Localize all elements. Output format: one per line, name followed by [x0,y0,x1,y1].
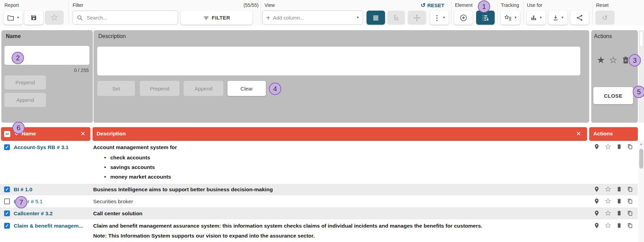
location-pin-icon[interactable] [594,210,600,216]
download-button[interactable]: ▼ [548,11,568,25]
hierarchy-view-button[interactable] [387,11,405,25]
star-outline-icon[interactable]: ☆ [609,56,617,65]
select-all-checkbox[interactable] [4,131,10,137]
bulk-edit-button[interactable] [476,11,495,25]
annotation-marker-1: 1 [478,0,490,13]
plus-circle-icon [459,14,468,22]
remove-name-column-icon[interactable]: ✕ [80,131,85,137]
row-checkbox[interactable]: ✓ [4,144,10,150]
trash-icon[interactable] [616,222,622,228]
table-scrollbar-thumb[interactable] [639,149,643,169]
favorite-report-button[interactable]: ☆ [45,11,64,25]
view-reset-link[interactable]: ↺ RESET [421,2,444,8]
copy-icon[interactable] [627,144,633,150]
tracking-section-label: Tracking [501,2,519,8]
name-append-button[interactable]: Append [4,93,46,107]
copy-icon[interactable] [627,210,633,216]
list-view-button[interactable] [367,11,385,25]
add-column-dropdown[interactable]: + Add column... ▼ [262,11,363,25]
row-description: Securities broker [93,198,133,205]
section-divider [261,1,261,24]
hierarchy-icon [392,14,400,22]
application-window: Report ▼ ☆ Filter (55/55) [0,0,644,242]
annotation-marker-3: 3 [629,54,641,66]
description-append-button[interactable]: Append [184,81,223,96]
row-checkbox[interactable]: ✓ [4,186,10,192]
kebab-menu-icon: ⋮ [434,14,441,21]
close-button[interactable]: CLOSE [593,87,633,104]
annotation-marker-6: 6 [12,122,25,134]
view-section-label: View [264,2,275,8]
remove-description-column-icon[interactable]: ✕ [576,131,581,137]
location-pin-icon[interactable] [594,144,600,150]
row-checkbox[interactable]: ✓ [4,223,10,229]
filter-button[interactable]: FILTER [181,11,252,25]
toolbar: Report ▼ ☆ Filter (55/55) [0,0,644,26]
bulk-description-textarea[interactable] [97,47,580,75]
chart-button[interactable]: ▼ [527,11,546,25]
annotation-marker-7: 7 [15,196,27,208]
name-column-header[interactable]: Name [22,131,36,137]
name-prepend-button[interactable]: Prepend [4,75,46,89]
search-icon [76,14,83,21]
location-pin-icon[interactable] [594,198,600,204]
copy-icon[interactable] [627,186,633,192]
reset-section-label: Reset [596,2,609,8]
description-clear-button[interactable]: Clear [227,81,266,96]
row-description: Business Intelligence aims to support be… [93,186,273,193]
trash-icon[interactable] [616,186,622,192]
trash-icon[interactable] [616,198,622,204]
bulk-edit-description-panel: Description Set Prepend Append Clear [94,30,589,123]
table-scrollbar-track[interactable]: ▲ [639,141,644,242]
fact-sheet-link[interactable]: BI # 1.0 [14,186,32,193]
favorite-star-icon[interactable]: ☆ [605,222,611,229]
bulk-edit-list-icon [481,14,490,22]
description-column-header[interactable]: Description [97,131,126,137]
page-scrollbar-track[interactable] [639,30,644,123]
favorite-star-icon[interactable]: ☆ [605,143,611,150]
bullet-icon: • [104,164,110,170]
fact-sheet-link[interactable]: Account-Sys RB # 3.1 [14,144,69,150]
reset-arrow-icon: ↺ [421,2,425,8]
more-options-button[interactable]: ⋮ ▼ [430,11,449,25]
share-button[interactable] [570,11,589,25]
star-filled-icon[interactable]: ★ [597,56,605,65]
filter-section-label: Filter [73,2,83,8]
copy-icon[interactable] [627,222,633,229]
section-divider [592,1,593,24]
element-section-label: Element [455,2,472,8]
table-row: Broker # 5.1 Securities broker ☆ [0,195,638,207]
row-checkbox[interactable] [4,198,10,204]
add-element-button[interactable] [454,11,473,25]
scroll-up-arrow-icon[interactable]: ▲ [640,142,643,146]
description-bullet: •check accounts [104,155,150,161]
tracking-button[interactable]: ▼ [501,11,520,25]
page-scrollbar-thumb[interactable] [639,31,643,47]
save-report-button[interactable] [24,11,43,25]
save-icon [30,14,37,21]
search-input[interactable] [86,14,174,21]
row-checkbox[interactable]: ✓ [4,210,10,216]
favorite-star-icon[interactable]: ☆ [605,209,611,217]
location-pin-icon[interactable] [594,186,600,192]
location-pin-icon[interactable] [594,222,600,229]
move-button[interactable] [408,11,426,25]
favorite-star-icon[interactable]: ☆ [605,185,611,193]
favorite-star-icon[interactable]: ☆ [605,197,611,205]
caret-down-icon: ▼ [443,16,446,19]
reset-button[interactable]: ↺ [595,11,615,25]
bullet-icon: • [104,174,110,180]
trash-icon[interactable] [616,210,622,216]
filter-count: (55/55) [224,2,259,8]
fact-sheet-link[interactable]: Callcenter # 3.2 [14,210,53,217]
view-reset-label: RESET [427,2,444,8]
description-set-button[interactable]: Set [97,81,135,96]
fact-sheet-link[interactable]: Claim & benefit managem... [14,223,83,229]
open-report-button[interactable]: ▼ [4,11,23,25]
description-prepend-button[interactable]: Prepend [140,81,179,96]
plus-icon: + [266,14,270,21]
section-divider [451,1,451,24]
trash-icon[interactable] [616,144,622,149]
copy-icon[interactable] [627,198,633,204]
bulk-edit-actions-panel: Actions ★ ☆ CLOSE [591,30,638,123]
